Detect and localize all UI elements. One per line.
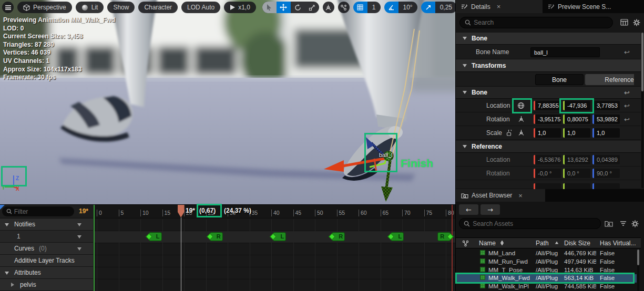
track-row-curves[interactable]: Curves (0) — [0, 243, 93, 255]
chevron-down-icon[interactable] — [77, 223, 81, 226]
tab-details[interactable]: Details × — [456, 0, 543, 13]
back-button[interactable]: ← — [459, 204, 478, 215]
asset-row[interactable]: MM_Walk_Fwd/All/Plug563,14 KiBFalse — [456, 274, 637, 283]
bone-name-field[interactable]: ball_l — [530, 47, 600, 57]
timeline-filter-input[interactable] — [14, 208, 70, 215]
scale-z-field[interactable]: 1,0 — [592, 128, 620, 138]
chevron-down-icon[interactable] — [77, 247, 81, 251]
rotation-x-field[interactable]: -3,95175 — [534, 115, 561, 124]
notify-marker-r[interactable]: R — [210, 232, 223, 241]
asset-scrollbar[interactable] — [637, 250, 639, 291]
show-menu-button[interactable]: Show — [107, 2, 135, 13]
tab-asset-browser[interactable]: Asset Browser × — [456, 189, 545, 202]
asset-row[interactable]: MM_T_Pose/All/Plug114,63 KiBFalse — [456, 266, 637, 275]
column-disk-size[interactable]: Disk Size — [564, 240, 590, 247]
timeline-track-area[interactable]: 05101520253035404550556065707580 LRLRLR … — [94, 205, 455, 291]
reset-to-default-icon[interactable]: ↩ — [624, 115, 630, 123]
timeline-filter-box[interactable] — [2, 206, 74, 216]
filter-icon[interactable] — [620, 221, 627, 227]
rotation-snap-toggle[interactable] — [384, 2, 398, 13]
chevron-down-icon[interactable] — [77, 235, 81, 238]
track-row-pelvis[interactable]: pelvis — [0, 279, 93, 291]
tab-preview-scene-settings[interactable]: Preview Scene S... — [543, 0, 644, 13]
grid-line — [293, 219, 294, 291]
scale-y-field[interactable]: 1,0 — [563, 128, 590, 138]
track-row-additive-layer-tracks[interactable]: Additive Layer Tracks — [0, 255, 93, 267]
perspective-label: Perspective — [33, 4, 66, 11]
select-tool-button[interactable] — [262, 2, 277, 13]
grid-snap-value[interactable]: 1 — [367, 2, 381, 13]
unlock-icon[interactable] — [506, 130, 512, 136]
asset-scrollbar-thumb[interactable] — [637, 250, 639, 265]
lit-mode-button[interactable]: Lit — [76, 2, 104, 13]
asset-row[interactable]: MM_Run_Fwd/All/Plug497,949 KiBFalse — [456, 258, 637, 266]
space-bone-button[interactable]: Bone — [535, 74, 584, 85]
forward-button[interactable]: → — [481, 204, 500, 215]
location-z-field[interactable]: 3,77853 — [592, 101, 620, 110]
lod-auto-button[interactable]: LOD Auto — [181, 2, 220, 13]
gimbal-icon[interactable] — [518, 116, 525, 122]
scale-tool-button[interactable] — [305, 2, 319, 13]
reset-to-default-icon[interactable]: ↩ — [624, 89, 630, 97]
display-options-icon[interactable] — [620, 19, 628, 26]
details-search-box[interactable] — [459, 17, 613, 28]
reset-to-default-icon[interactable]: ↩ — [624, 101, 630, 109]
rotation-y-field[interactable]: 0,80075 — [563, 115, 590, 124]
move-tool-button[interactable] — [277, 2, 291, 13]
space-reference-button[interactable]: Reference — [585, 74, 634, 85]
viewport-3d[interactable]: Z Y X Perspective Lit Show Character LOD… — [0, 0, 455, 205]
details-scrollbar-thumb[interactable] — [641, 33, 643, 91]
skeleton-options-button[interactable] — [338, 2, 350, 13]
rotation-snap-value[interactable]: 10° — [398, 2, 417, 13]
track-row-notify-1[interactable]: 1 — [0, 231, 93, 243]
folder-filter-icon[interactable] — [605, 220, 613, 227]
category-bone[interactable]: Bone — [456, 33, 641, 45]
notify-marker-l[interactable]: L — [149, 232, 162, 241]
character-menu-button[interactable]: Character — [138, 2, 178, 13]
column-path[interactable]: Path — [536, 240, 549, 247]
notify-marker-l[interactable]: L — [273, 232, 286, 241]
grid-snap-toggle[interactable] — [353, 2, 367, 13]
details-scrollbar[interactable] — [641, 33, 643, 188]
reset-to-default-icon[interactable]: ↩ — [624, 48, 630, 56]
chevron-down-icon[interactable] — [5, 223, 9, 226]
grid-line — [337, 219, 338, 291]
category-transforms[interactable]: Transforms — [456, 59, 641, 72]
asset-row[interactable]: MM_Land/All/Plug446,769 KiBFalse — [456, 250, 637, 258]
scale-x-field[interactable]: 1,0 — [534, 128, 561, 138]
lod-label: LOD Auto — [187, 4, 214, 11]
gear-icon[interactable] — [633, 19, 640, 26]
column-has-virtual[interactable]: Has Virtual... — [600, 240, 638, 247]
location-x-field[interactable]: 7,88355 — [534, 101, 561, 110]
track-row-notifies[interactable]: Notifies — [0, 219, 93, 231]
chevron-right-icon[interactable] — [11, 283, 14, 287]
chevron-down-icon[interactable] — [5, 272, 9, 275]
gimbal-icon[interactable] — [518, 129, 525, 136]
track-row-attributes[interactable]: Attributes — [0, 267, 93, 279]
perspective-button[interactable]: Perspective — [17, 2, 72, 13]
details-search-input[interactable] — [474, 19, 608, 26]
group-bone[interactable]: Bone ↩ — [456, 87, 641, 99]
category-reference[interactable]: Reference — [456, 141, 641, 153]
column-name[interactable]: Name — [479, 240, 496, 247]
close-icon[interactable]: × — [518, 192, 523, 200]
location-y-field[interactable]: -47,936 — [563, 101, 590, 110]
playback-speed-button[interactable]: x1,0 — [224, 2, 256, 13]
close-icon[interactable]: × — [497, 3, 501, 11]
asset-search-input[interactable] — [473, 220, 596, 227]
gear-icon[interactable] — [631, 220, 639, 227]
rotate-tool-button[interactable] — [291, 2, 305, 13]
notify-marker-r[interactable]: R — [332, 232, 345, 241]
timeline-ruler[interactable]: 05101520253035404550556065707580 — [94, 205, 455, 219]
notify-marker-r[interactable]: R — [437, 232, 451, 241]
scale-snap-toggle[interactable] — [421, 2, 435, 13]
asset-row[interactable]: MM_Walk_InPl/All/Plug744,585 KiBFalse — [456, 283, 637, 291]
rotation-z-field[interactable]: 53,9892 — [592, 115, 620, 124]
scale-snap-value[interactable]: 0,25 — [435, 2, 455, 13]
asset-search-box[interactable] — [459, 218, 601, 229]
transform-space-button[interactable] — [323, 2, 334, 13]
globe-icon[interactable] — [517, 102, 525, 109]
space-toggle-group: Bone Reference — [535, 74, 634, 85]
notify-marker-l[interactable]: L — [391, 232, 404, 241]
viewport-menu-button[interactable] — [2, 2, 14, 13]
